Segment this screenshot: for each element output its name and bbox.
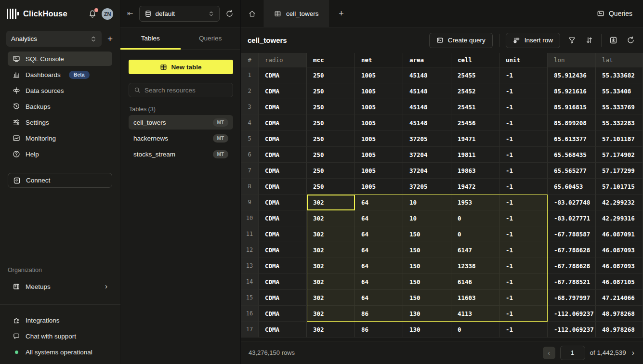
sidebar-item-integrations[interactable]: Integrations	[8, 313, 113, 327]
table-cell[interactable]: CDMA	[259, 242, 307, 258]
refresh-data-button[interactable]	[625, 36, 636, 44]
table-cell[interactable]: CDMA	[259, 67, 307, 83]
row-number[interactable]: 1	[241, 67, 259, 83]
table-cell[interactable]: 65.613377	[548, 131, 596, 147]
column-header-net[interactable]: net	[355, 53, 403, 67]
table-cell[interactable]: 65.565277	[548, 163, 596, 179]
table-cell[interactable]: 25455	[451, 67, 499, 83]
page-input[interactable]	[560, 346, 585, 360]
table-cell[interactable]: 57.101715	[596, 179, 643, 195]
table-cell[interactable]: 130	[403, 322, 451, 338]
table-cell[interactable]: -68.797997	[548, 290, 596, 306]
table-cell[interactable]: -83.027748	[548, 195, 596, 210]
row-number[interactable]: 14	[241, 274, 259, 290]
column-header-unit[interactable]: unit	[499, 53, 548, 67]
row-number[interactable]: 11	[241, 226, 259, 242]
table-cell[interactable]: 1005	[355, 67, 403, 83]
column-header-lat[interactable]: lat	[596, 53, 643, 67]
table-cell[interactable]: -1	[499, 274, 548, 290]
table-cell[interactable]: 302	[307, 210, 355, 226]
table-cell[interactable]: -1	[499, 306, 548, 322]
table-cell[interactable]: 150	[403, 226, 451, 242]
row-number[interactable]: 8	[241, 179, 259, 195]
table-cell[interactable]: CDMA	[259, 99, 307, 115]
add-workspace-button[interactable]: +	[106, 34, 114, 43]
table-cell[interactable]: 1005	[355, 83, 403, 99]
table-cell[interactable]: CDMA	[259, 195, 307, 210]
table-cell[interactable]: 45148	[403, 99, 451, 115]
sidebar-item-sql-console[interactable]: SQL Console	[8, 52, 112, 66]
table-cell[interactable]: 65.60453	[548, 179, 596, 195]
table-item-cell-towers[interactable]: cell_towers MT	[129, 115, 233, 130]
table-cell[interactable]: 1005	[355, 147, 403, 163]
sidebar-item-data-sources[interactable]: Data sources	[8, 83, 112, 98]
add-tab-button[interactable]: +	[330, 0, 353, 27]
table-cell[interactable]: CDMA	[259, 83, 307, 99]
table-cell[interactable]: 302	[307, 195, 355, 210]
table-cell[interactable]: CDMA	[259, 179, 307, 195]
table-cell[interactable]: CDMA	[259, 163, 307, 179]
table-cell[interactable]: 250	[307, 115, 355, 131]
table-cell[interactable]: -67.788628	[548, 258, 596, 274]
sidebar-item-meetups[interactable]: Meetups ›	[8, 279, 112, 294]
table-cell[interactable]: 85.912436	[548, 67, 596, 83]
table-cell[interactable]: -1	[499, 115, 548, 131]
table-cell[interactable]: 10	[403, 195, 451, 210]
table-cell[interactable]: 10	[403, 210, 451, 226]
insert-row-button[interactable]: Insert row	[506, 33, 560, 48]
table-cell[interactable]: 46.087093	[596, 242, 643, 258]
table-cell[interactable]: -1	[499, 83, 548, 99]
table-cell[interactable]: 85.899208	[548, 115, 596, 131]
table-cell[interactable]: 1953	[451, 195, 499, 210]
new-table-button[interactable]: New table	[129, 60, 233, 74]
table-cell[interactable]: 250	[307, 67, 355, 83]
row-number[interactable]: 5	[241, 131, 259, 147]
table-cell[interactable]: 12338	[451, 258, 499, 274]
queries-button[interactable]: Queries	[586, 0, 643, 27]
table-cell[interactable]: -1	[499, 210, 548, 226]
table-cell[interactable]: -1	[499, 163, 548, 179]
table-cell[interactable]: CDMA	[259, 115, 307, 131]
table-cell[interactable]: 302	[307, 290, 355, 306]
create-query-button[interactable]: Create query	[429, 33, 493, 48]
row-number[interactable]: 4	[241, 115, 259, 131]
table-cell[interactable]: 250	[307, 83, 355, 99]
sidebar-item-monitoring[interactable]: Monitoring	[8, 131, 112, 145]
table-cell[interactable]: 25456	[451, 115, 499, 131]
table-cell[interactable]: -1	[499, 67, 548, 83]
table-cell[interactable]: 37204	[403, 147, 451, 163]
next-page-button[interactable]: ›	[631, 349, 635, 357]
table-cell[interactable]: 0	[451, 210, 499, 226]
table-cell[interactable]: 6146	[451, 274, 499, 290]
table-cell[interactable]: -1	[499, 258, 548, 274]
table-cell[interactable]: 46.087105	[596, 274, 643, 290]
column-header-mcc[interactable]: mcc	[307, 53, 355, 67]
table-cell[interactable]: -1	[499, 131, 548, 147]
table-cell[interactable]: 25452	[451, 83, 499, 99]
filter-button[interactable]	[566, 36, 577, 44]
database-select[interactable]: default	[139, 6, 220, 22]
table-cell[interactable]: -67.788521	[548, 274, 596, 290]
table-cell[interactable]: 1005	[355, 179, 403, 195]
column-header-radio[interactable]: radio	[259, 53, 307, 67]
table-cell[interactable]: -1	[499, 99, 548, 115]
table-cell[interactable]: 47.214066	[596, 290, 643, 306]
row-number[interactable]: 10	[241, 210, 259, 226]
table-cell[interactable]: 64	[355, 195, 403, 210]
row-number[interactable]: 2	[241, 83, 259, 99]
collapse-panel-button[interactable]: ⇤	[127, 9, 133, 18]
sidebar-item-backups[interactable]: Backups	[8, 99, 112, 114]
prev-page-button[interactable]: ‹	[543, 347, 555, 359]
search-resources[interactable]	[129, 83, 233, 97]
main-tab-cell-towers[interactable]: cell_towers	[263, 0, 330, 27]
table-cell[interactable]: 48.978268	[596, 306, 643, 322]
table-cell[interactable]: 55.33408	[596, 83, 643, 99]
table-cell[interactable]: 55.333769	[596, 99, 643, 115]
home-button[interactable]	[241, 0, 263, 27]
tab-tables[interactable]: Tables	[120, 27, 181, 49]
table-cell[interactable]: CDMA	[259, 306, 307, 322]
table-cell[interactable]: 1005	[355, 131, 403, 147]
column-header-cell[interactable]: cell	[451, 53, 499, 67]
table-cell[interactable]: 64	[355, 210, 403, 226]
row-number[interactable]: 9	[241, 195, 259, 210]
